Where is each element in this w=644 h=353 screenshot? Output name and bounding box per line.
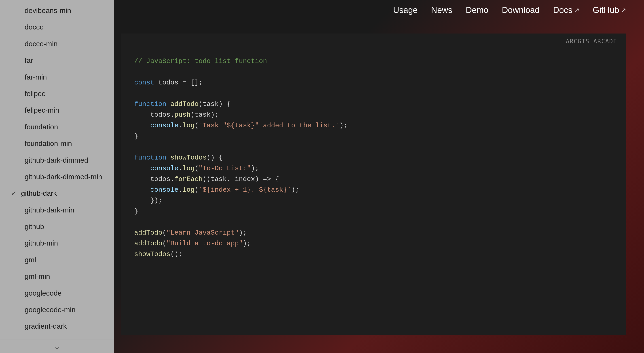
dropdown-item[interactable]: googlecode-min — [0, 301, 114, 318]
dropdown-item-label: far — [24, 56, 33, 64]
dropdown-item-label: felipec — [24, 89, 46, 98]
nav-demo[interactable]: Demo — [466, 5, 488, 15]
dropdown-item-label: github-min — [24, 239, 58, 247]
code-line — [134, 142, 613, 152]
code-line: todos.forEach((task, index) => { — [134, 174, 613, 185]
external-link-icon-2: ↗ — [621, 6, 626, 14]
nav-docs[interactable]: Docs↗ — [553, 5, 580, 15]
dropdown-item-label: github-dark-dimmed-min — [24, 172, 102, 181]
dropdown-item-label: docco — [24, 23, 44, 31]
dropdown-item-label: gradient-dark — [24, 322, 67, 331]
code-line: console.log("To-Do List:"); — [134, 163, 613, 174]
code-body[interactable]: // JavaScript: todo list function const … — [121, 49, 626, 335]
dropdown-item[interactable]: foundation-min — [0, 135, 114, 152]
dropdown-item[interactable]: github-dark-min — [0, 202, 114, 218]
code-line: } — [134, 131, 613, 142]
dropdown-item-label: googlecode — [24, 289, 62, 297]
dropdown-item[interactable]: github-dark-dimmed — [0, 152, 114, 168]
code-line — [134, 217, 613, 227]
code-header: ARCGIS ARCADE — [121, 33, 626, 49]
code-line — [134, 88, 613, 99]
dropdown-item[interactable]: gradient-dark-min — [0, 335, 114, 340]
dropdown-item[interactable]: felipec-min — [0, 102, 114, 118]
code-line: }); — [134, 195, 613, 206]
dropdown-item-label: docco-min — [24, 39, 58, 48]
dropdown-item-label: foundation — [24, 123, 58, 131]
dropdown-item[interactable]: foundation — [0, 119, 114, 135]
code-line: addTodo("Build a to-do app"); — [134, 238, 613, 249]
external-link-icon: ↗ — [574, 6, 580, 14]
code-line: function addTodo(task) { — [134, 99, 613, 109]
dropdown-item-label: github — [24, 222, 44, 231]
dropdown-item[interactable]: devibeans-min — [0, 2, 114, 19]
dropdown-item-label: gml-min — [24, 272, 50, 281]
dropdown-item[interactable]: github-dark-dimmed-min — [0, 168, 114, 185]
dropdown-item-label: felipec-min — [24, 106, 59, 114]
dropdown-item-label: googlecode-min — [24, 306, 76, 314]
checkmark-icon: ✓ — [11, 190, 18, 197]
dropdown-item[interactable]: gml — [0, 252, 114, 268]
scroll-indicator: ⌄ — [0, 340, 114, 353]
dropdown-item[interactable]: far — [0, 52, 114, 69]
code-line: console.log(`${index + 1}. ${task}`); — [134, 185, 613, 195]
code-line: addTodo("Learn JavaScript"); — [134, 227, 613, 238]
dropdown-item[interactable]: gml-min — [0, 268, 114, 285]
dropdown-item[interactable]: gradient-dark — [0, 318, 114, 335]
code-line: } — [134, 206, 613, 217]
dropdown-item-label: foundation-min — [24, 139, 72, 148]
dropdown-item-label: github-dark — [21, 189, 57, 198]
dropdown-item-label: devibeans-min — [24, 6, 71, 15]
code-label: ARCGIS ARCADE — [566, 38, 618, 45]
dropdown-item-label: far-min — [24, 73, 47, 81]
dropdown-item-label: github-dark-dimmed — [24, 156, 88, 164]
dropdown-item[interactable]: ✓github-dark — [0, 185, 114, 202]
nav-usage[interactable]: Usage — [393, 5, 418, 15]
dropdown-item-label: gml — [24, 256, 36, 264]
dropdown-item[interactable]: docco-min — [0, 35, 114, 52]
code-line: todos.push(task); — [134, 109, 613, 120]
code-line — [134, 67, 613, 77]
code-line: const todos = []; — [134, 77, 613, 88]
nav-news[interactable]: News — [431, 5, 452, 15]
dropdown-item-label: github-dark-min — [24, 206, 74, 214]
code-line: console.log(`Task "${task}" added to the… — [134, 120, 613, 131]
dropdown-item[interactable]: googlecode — [0, 285, 114, 301]
dropdown-item[interactable]: github — [0, 218, 114, 235]
dropdown-item[interactable]: felipec — [0, 85, 114, 102]
dropdown-panel: devibeans-mindoccodocco-minfarfar-minfel… — [0, 0, 114, 353]
dropdown-item[interactable]: far-min — [0, 69, 114, 85]
nav-download[interactable]: Download — [502, 5, 540, 15]
code-panel: ARCGIS ARCADE // JavaScript: todo list f… — [121, 33, 626, 335]
dropdown-item[interactable]: docco — [0, 19, 114, 35]
dropdown-item[interactable]: github-min — [0, 235, 114, 251]
chevron-down-icon: ⌄ — [54, 342, 60, 351]
code-line: showTodos(); — [134, 249, 613, 260]
code-line: // JavaScript: todo list function — [134, 56, 613, 67]
nav-links: Usage News Demo Download Docs↗ GitHub↗ — [393, 5, 626, 15]
nav-github[interactable]: GitHub↗ — [593, 5, 626, 15]
dropdown-list[interactable]: devibeans-mindoccodocco-minfarfar-minfel… — [0, 0, 114, 340]
code-line: function showTodos() { — [134, 152, 613, 163]
